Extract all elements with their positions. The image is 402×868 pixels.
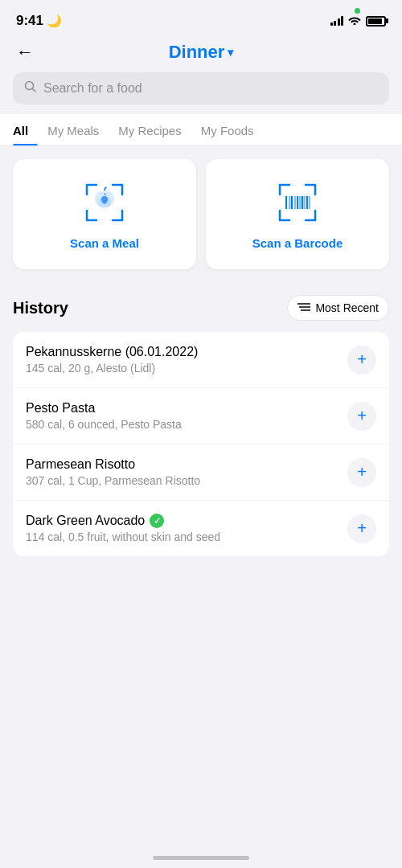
scan-cards: Scan a Meal Scan a	[0, 146, 402, 282]
signal-icon	[330, 16, 344, 26]
food-details: 114 cal, 0.5 fruit, without skin and see…	[26, 530, 347, 543]
battery-icon	[366, 16, 386, 27]
food-item: Pekannusskerne (06.01.2022) 145 cal, 20 …	[13, 332, 389, 388]
status-time: 9:41 🌙	[16, 13, 62, 29]
search-container: Search for a food	[0, 72, 402, 114]
verified-badge: ✓	[150, 514, 164, 528]
sort-button[interactable]: Most Recent	[287, 295, 389, 321]
scan-meal-label: Scan a Meal	[70, 236, 139, 250]
food-info: Pekannusskerne (06.01.2022) 145 cal, 20 …	[26, 345, 347, 375]
food-item: Dark Green Avocado ✓ 114 cal, 0.5 fruit,…	[13, 501, 389, 556]
nav-header: ← Dinner ▾	[0, 35, 402, 72]
food-name: Dark Green Avocado ✓	[26, 514, 347, 528]
tab-all[interactable]: All	[13, 114, 38, 145]
history-title: History	[13, 299, 68, 317]
food-details: 145 cal, 20 g, Alesto (Lidl)	[26, 362, 347, 375]
wifi-icon	[348, 15, 361, 27]
food-info: Dark Green Avocado ✓ 114 cal, 0.5 fruit,…	[26, 514, 347, 543]
verified-check-icon: ✓	[154, 516, 161, 526]
home-indicator	[153, 856, 249, 860]
time-display: 9:41	[16, 13, 43, 29]
food-list: Pekannusskerne (06.01.2022) 145 cal, 20 …	[13, 332, 389, 556]
food-name: Pekannusskerne (06.01.2022)	[26, 345, 347, 359]
nav-title[interactable]: Dinner ▾	[169, 42, 234, 63]
sort-label: Most Recent	[315, 301, 379, 314]
food-name: Pesto Pasta	[26, 401, 347, 416]
tab-my-recipes[interactable]: My Recipes	[109, 114, 191, 145]
scan-barcode-card[interactable]: Scan a Barcode	[206, 159, 389, 269]
tabs-container: All My Meals My Recipes My Foods	[0, 114, 402, 146]
search-placeholder: Search for a food	[43, 81, 142, 96]
search-bar[interactable]: Search for a food	[13, 72, 389, 104]
tab-my-foods[interactable]: My Foods	[191, 114, 264, 145]
sort-icon	[297, 301, 310, 314]
dropdown-icon: ▾	[228, 46, 233, 59]
food-item: Pesto Pasta 580 cal, 6 ounced, Pesto Pas…	[13, 388, 389, 444]
add-food-button[interactable]: +	[347, 402, 376, 431]
search-icon	[24, 80, 37, 96]
food-name: Parmesean Risotto	[26, 457, 347, 472]
add-food-button[interactable]: +	[347, 458, 376, 487]
food-details: 307 cal, 1 Cup, Parmesean Risotto	[26, 474, 347, 487]
scan-meal-icon	[80, 178, 129, 227]
green-dot	[355, 8, 360, 14]
food-item: Parmesean Risotto 307 cal, 1 Cup, Parmes…	[13, 444, 389, 501]
header-title: Dinner	[169, 42, 225, 63]
food-details: 580 cal, 6 ounced, Pesto Pasta	[26, 418, 347, 431]
food-info: Parmesean Risotto 307 cal, 1 Cup, Parmes…	[26, 457, 347, 487]
add-food-button[interactable]: +	[347, 514, 376, 543]
food-info: Pesto Pasta 580 cal, 6 ounced, Pesto Pas…	[26, 401, 347, 431]
status-bar: 9:41 🌙	[0, 0, 402, 35]
tab-my-meals[interactable]: My Meals	[38, 114, 109, 145]
history-section: History Most Recent Pekannusskerne (06.0…	[0, 282, 402, 556]
status-icons	[330, 15, 387, 27]
back-button[interactable]: ←	[16, 42, 34, 63]
moon-icon: 🌙	[47, 14, 62, 28]
scan-barcode-label: Scan a Barcode	[252, 236, 343, 250]
scan-barcode-icon	[273, 178, 322, 227]
history-header: History Most Recent	[13, 295, 389, 321]
scan-meal-card[interactable]: Scan a Meal	[13, 159, 196, 269]
add-food-button[interactable]: +	[347, 346, 376, 375]
